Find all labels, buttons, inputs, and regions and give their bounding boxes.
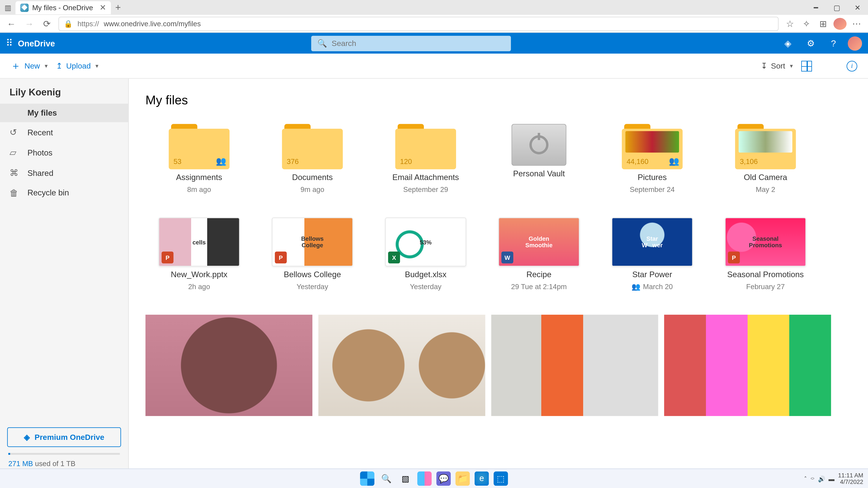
- browser-tab[interactable]: My files - OneDrive ✕: [16, 1, 111, 14]
- refresh-button[interactable]: ⟳: [40, 18, 54, 29]
- folder-count: 53: [174, 157, 182, 165]
- maximize-button[interactable]: ▢: [826, 3, 847, 11]
- sidebar-item-photos[interactable]: ▱Photos: [0, 142, 128, 163]
- folder-item[interactable]: 120 Email AttachmentsSeptember 29: [372, 124, 479, 194]
- file-thumbnail: 53% X: [385, 218, 466, 266]
- photo-item[interactable]: [318, 315, 485, 416]
- sidebar-item-recent[interactable]: ↺Recent: [0, 122, 128, 142]
- app-launcher-icon[interactable]: ⠿: [6, 37, 12, 49]
- volume-icon[interactable]: 🔊: [818, 476, 825, 482]
- sidebar-item-label: Photos: [27, 148, 53, 157]
- search-input[interactable]: [332, 39, 505, 48]
- account-avatar[interactable]: [848, 36, 862, 50]
- item-name: Old Camera: [744, 173, 787, 182]
- new-label: New: [25, 61, 40, 70]
- extensions-icon[interactable]: ⊞: [817, 18, 830, 29]
- help-icon[interactable]: ?: [825, 38, 842, 48]
- minimize-button[interactable]: ━: [806, 3, 826, 11]
- view-toggle-button[interactable]: [801, 61, 812, 71]
- sort-label: Sort: [771, 61, 785, 70]
- tray-chevron-icon[interactable]: ˄: [804, 476, 807, 482]
- item-name: Recipe: [526, 270, 552, 279]
- back-button[interactable]: ←: [5, 19, 18, 29]
- chat-icon[interactable]: 💬: [436, 471, 451, 486]
- file-thumbnail: Bellows College P: [272, 218, 353, 266]
- upload-button[interactable]: ↥ Upload ▾: [56, 61, 98, 70]
- app-brand[interactable]: OneDrive: [18, 38, 55, 48]
- settings-icon[interactable]: ⚙: [803, 38, 819, 48]
- folder-icon: 120: [393, 124, 458, 169]
- info-button[interactable]: i: [846, 61, 857, 71]
- folder-item[interactable]: Personal Vault: [485, 124, 593, 194]
- store-icon[interactable]: ⬚: [494, 471, 508, 486]
- sidebar-item-recycle-bin[interactable]: 🗑Recycle bin: [0, 183, 128, 203]
- photo-item[interactable]: [146, 315, 312, 416]
- sidebar-item-shared[interactable]: ⌘Shared: [0, 163, 128, 183]
- profile-avatar[interactable]: [834, 18, 846, 30]
- file-item[interactable]: 53% X Budget.xlsx Yesterday: [372, 218, 479, 291]
- premium-icon[interactable]: ◈: [780, 38, 797, 48]
- wifi-icon[interactable]: ⌔: [811, 476, 814, 482]
- task-view-icon[interactable]: ▧: [398, 471, 413, 486]
- start-button[interactable]: [360, 471, 374, 486]
- collections-icon[interactable]: ✧: [800, 18, 813, 29]
- folder-icon: 376: [280, 124, 345, 169]
- folder-item[interactable]: 3,106 Old CameraMay 2: [712, 124, 819, 194]
- file-item[interactable]: Seasonal Promotions P Seasonal Promotion…: [712, 218, 819, 291]
- photo-item[interactable]: [491, 315, 658, 416]
- file-type-badge: P: [162, 252, 174, 263]
- tab-title: My files - OneDrive: [32, 3, 93, 11]
- clock[interactable]: 11:11 AM 4/7/2022: [838, 472, 863, 485]
- sidebar-item-my-files[interactable]: My files: [0, 104, 128, 122]
- search-icon: 🔍: [317, 39, 327, 48]
- item-subtitle: 9m ago: [301, 186, 324, 194]
- url-input[interactable]: 🔒 https://www.onedrive.live.com/myfiles: [58, 17, 779, 31]
- file-type-badge: X: [388, 252, 400, 263]
- premium-button[interactable]: ◈ Premium OneDrive: [7, 427, 121, 447]
- file-item[interactable]: cells P New_Work.pptx 2h ago: [146, 218, 253, 291]
- folder-icon: 44,160 👥: [619, 124, 685, 169]
- edge-icon[interactable]: e: [474, 471, 489, 486]
- file-type-badge: W: [501, 252, 513, 263]
- nav-icon: ▱: [9, 147, 20, 158]
- file-grid: cells P New_Work.pptx 2h ago Bellows Col…: [146, 218, 851, 291]
- new-button[interactable]: ＋ New ▾: [11, 59, 48, 73]
- item-name: Seasonal Promotions: [727, 270, 804, 279]
- file-thumbnail: cells P: [159, 218, 240, 266]
- file-item[interactable]: Star W wer Star Power 👥 March 20: [598, 218, 706, 291]
- folder-item[interactable]: 376 Documents9m ago: [259, 124, 366, 194]
- file-item[interactable]: Golden Smoothie W Recipe 29 Tue at 2:14p…: [485, 218, 593, 291]
- shared-icon: 👥: [216, 156, 226, 166]
- item-name: Email Attachments: [392, 173, 459, 182]
- tab-actions-icon[interactable]: ▥: [0, 3, 16, 11]
- close-icon[interactable]: ✕: [100, 3, 106, 12]
- new-tab-button[interactable]: +: [111, 2, 125, 13]
- item-name: Star Power: [632, 270, 672, 279]
- folder-item[interactable]: 53 👥 Assignments8m ago: [146, 124, 253, 194]
- folder-item[interactable]: 44,160 👥 PicturesSeptember 24: [598, 124, 706, 194]
- close-window-button[interactable]: ✕: [847, 3, 868, 11]
- photo-item[interactable]: [664, 315, 831, 416]
- sort-button[interactable]: ↧ Sort ▾: [761, 61, 793, 70]
- nav-icon: ↺: [9, 127, 20, 137]
- sidebar-item-label: Recycle bin: [27, 188, 69, 197]
- file-item[interactable]: Bellows College P Bellows College Yester…: [259, 218, 366, 291]
- item-subtitle: September 24: [630, 186, 675, 194]
- item-name: Assignments: [176, 173, 222, 182]
- battery-icon[interactable]: ▬: [829, 476, 834, 482]
- explorer-icon[interactable]: 📁: [455, 471, 470, 486]
- file-thumbnail: Star W wer: [612, 218, 693, 266]
- browser-titlebar: ▥ My files - OneDrive ✕ + ━ ▢ ✕: [0, 0, 868, 15]
- clock-time: 11:11 AM: [838, 472, 863, 479]
- favorite-icon[interactable]: ☆: [783, 18, 797, 29]
- premium-label: Premium OneDrive: [34, 433, 104, 442]
- storage-used[interactable]: 271 MB: [8, 460, 33, 468]
- taskbar-search-icon[interactable]: 🔍: [379, 471, 394, 486]
- shared-icon: 👥: [669, 156, 679, 166]
- item-name: New_Work.pptx: [171, 270, 227, 279]
- search-box[interactable]: 🔍: [311, 36, 511, 51]
- shared-icon: 👥: [631, 283, 641, 291]
- diamond-icon: ◈: [24, 433, 30, 442]
- widgets-icon[interactable]: [417, 471, 432, 486]
- menu-icon[interactable]: ⋯: [850, 18, 863, 29]
